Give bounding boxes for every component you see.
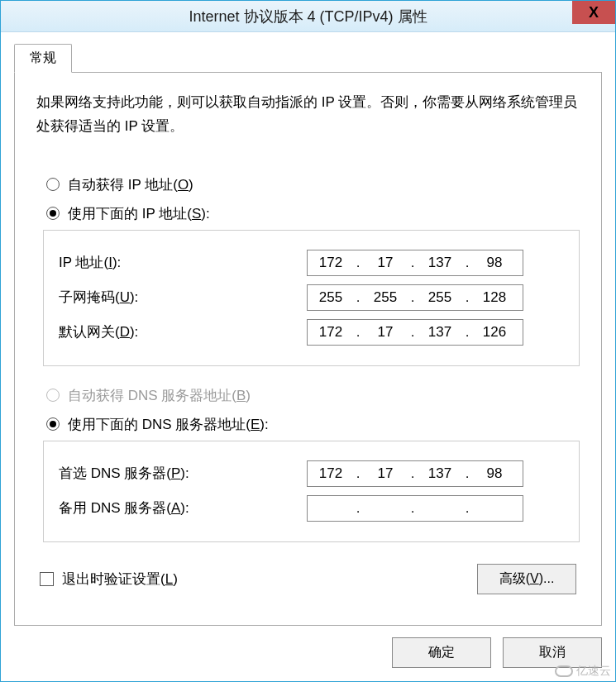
gw-octet-2[interactable] [362,324,408,341]
dns-group: 首选 DNS 服务器(P): . . . 备用 DNS 服务器(A): . . … [43,441,580,542]
window-title: Internet 协议版本 4 (TCP/IPv4) 属性 [189,7,427,26]
gateway-input[interactable]: . . . [307,319,523,346]
mask-octet-4[interactable] [471,289,518,306]
dns1-octet-2[interactable] [362,465,408,482]
field-alternate-dns: 备用 DNS 服务器(A): . . . [59,495,566,522]
mask-octet-3[interactable] [417,289,463,306]
ip-octet-2[interactable] [362,255,408,271]
radio-manual-dns[interactable]: 使用下面的 DNS 服务器地址(E): [46,415,580,434]
preferred-dns-input[interactable]: . . . [307,460,523,487]
ip-octet-3[interactable] [417,255,463,271]
radio-manual-ip[interactable]: 使用下面的 IP 地址(S): [46,204,580,223]
ip-address-input[interactable]: . . . [307,250,523,276]
radio-auto-ip[interactable]: 自动获得 IP 地址(O) [46,175,580,194]
field-preferred-dns: 首选 DNS 服务器(P): . . . [59,460,566,487]
radio-icon [46,178,60,191]
dialog-buttons: 确定 取消 [14,637,602,668]
dns1-octet-4[interactable] [471,465,518,482]
gw-octet-3[interactable] [417,324,463,341]
field-default-gateway: 默认网关(D): . . . [59,319,566,346]
dns1-octet-3[interactable] [417,465,463,482]
client-area: 常规 如果网络支持此功能，则可以获取自动指派的 IP 设置。否则，你需要从网络系… [1,32,615,681]
close-icon: X [589,4,599,21]
gw-octet-4[interactable] [471,324,518,341]
dialog-window: Internet 协议版本 4 (TCP/IPv4) 属性 X 常规 如果网络支… [0,0,616,682]
dns2-octet-2[interactable] [362,500,408,517]
tab-general[interactable]: 常规 [14,44,72,73]
dns2-octet-1[interactable] [308,500,354,517]
titlebar: Internet 协议版本 4 (TCP/IPv4) 属性 X [1,1,615,32]
ip-octet-1[interactable] [308,255,354,271]
subnet-mask-input[interactable]: . . . [307,284,523,311]
alternate-dns-input[interactable]: . . . [307,495,523,522]
radio-icon [46,389,60,402]
radio-auto-dns: 自动获得 DNS 服务器地址(B) [46,386,580,405]
tabstrip: 常规 [14,44,602,72]
field-ip-address: IP 地址(I): . . . [59,250,566,276]
close-button[interactable]: X [572,1,615,24]
radio-icon [46,417,60,431]
ok-button[interactable]: 确定 [392,637,491,668]
ip-group: IP 地址(I): . . . 子网掩码(U): . . . [43,230,580,366]
mask-octet-1[interactable] [308,289,354,306]
checkbox-icon [40,572,54,586]
tab-page-general: 如果网络支持此功能，则可以获取自动指派的 IP 设置。否则，你需要从网络系统管理… [14,72,602,626]
ip-octet-4[interactable] [471,255,518,271]
dns2-octet-4[interactable] [471,500,518,517]
dns1-octet-1[interactable] [308,465,354,482]
validate-on-exit-checkbox[interactable]: 退出时验证设置(L) [40,570,178,589]
bottom-row: 退出时验证设置(L) 高级(V)... [36,564,580,594]
radio-icon [46,207,60,220]
dns2-octet-3[interactable] [417,500,463,517]
description-text: 如果网络支持此功能，则可以获取自动指派的 IP 设置。否则，你需要从网络系统管理… [36,91,580,139]
field-subnet-mask: 子网掩码(U): . . . [59,284,566,311]
advanced-button[interactable]: 高级(V)... [477,564,576,594]
mask-octet-2[interactable] [362,289,408,306]
cancel-button[interactable]: 取消 [503,637,602,668]
gw-octet-1[interactable] [308,324,354,341]
